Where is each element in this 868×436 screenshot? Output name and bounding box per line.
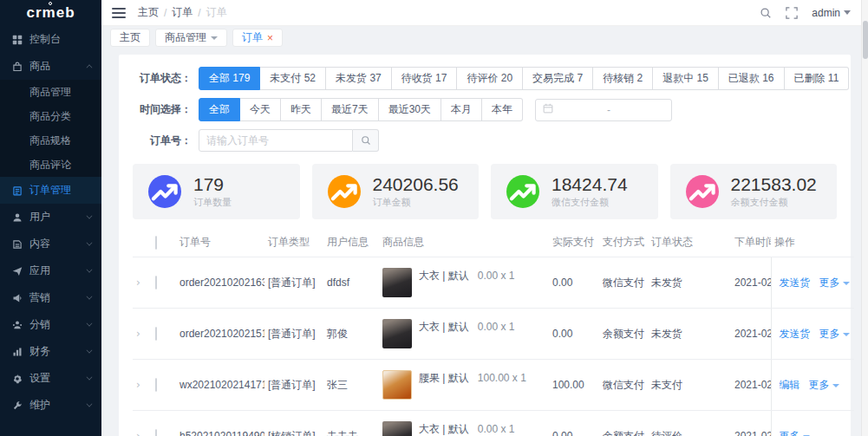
status-filter-9[interactable]: 已删除 11 — [785, 67, 850, 90]
date-range-separator: - — [553, 104, 664, 116]
row-checkbox[interactable] — [155, 276, 157, 290]
chevron-down-icon — [832, 384, 839, 387]
date-range-picker[interactable]: - — [535, 99, 672, 121]
sidebar-subitem[interactable]: 商品评论 — [0, 153, 101, 177]
col-header-0: 订单号 — [176, 228, 264, 257]
time-filter-0[interactable]: 全部 — [199, 98, 240, 121]
sidebar-subitem[interactable]: 商品管理 — [0, 80, 101, 104]
order-search-button[interactable] — [353, 129, 379, 152]
stat-trend-icon — [148, 175, 181, 208]
order-no-input[interactable] — [199, 129, 353, 152]
sidebar-subitem[interactable]: 商品规格 — [0, 128, 101, 153]
order-time-cell: 2021-02-0 — [731, 257, 771, 309]
status-filter-1[interactable]: 未支付 52 — [260, 67, 326, 90]
sidebar-item-0[interactable]: 控制台 — [0, 26, 101, 53]
user-menu[interactable]: admin — [812, 7, 851, 19]
sidebar-item-10[interactable]: 维护 — [0, 392, 101, 419]
sidebar-item-4[interactable]: 内容 — [0, 231, 101, 257]
order-time-cell: 2021-02-0 — [731, 309, 771, 360]
time-filter-6[interactable]: 本年 — [482, 98, 523, 121]
time-filter-2[interactable]: 昨天 — [281, 98, 322, 121]
status-filter-3[interactable]: 待收货 17 — [392, 67, 458, 90]
tab-2[interactable]: 订单× — [232, 29, 283, 47]
more-dropdown[interactable]: 更多 — [780, 430, 810, 436]
user-cell: 张三 — [323, 360, 379, 411]
ship-link[interactable]: 发送货 — [780, 277, 811, 289]
breadcrumb-home[interactable]: 主页 — [138, 5, 159, 20]
chevron-down-icon — [843, 282, 850, 285]
stat-label: 订单金额 — [373, 196, 459, 209]
sidebar-subitem[interactable]: 商品分类 — [0, 104, 101, 128]
expand-row-icon[interactable]: › — [136, 379, 140, 391]
row-checkbox[interactable] — [155, 429, 157, 436]
order-time-cell: 2021-02-0 — [731, 411, 771, 436]
sidebar-item-7[interactable]: 分销 — [0, 311, 101, 338]
sidebar-item-3[interactable]: 用户 — [0, 204, 101, 231]
scrollbar-thumb[interactable] — [863, 21, 868, 59]
vertical-scrollbar[interactable] — [861, 0, 868, 436]
time-filter-row: 时间选择： 全部今天昨天最近7天最近30天本月本年 - — [133, 98, 837, 121]
expand-row-icon[interactable]: › — [136, 277, 140, 289]
select-all-header — [152, 228, 176, 257]
marketing-icon — [11, 292, 23, 304]
time-filter-4[interactable]: 最近30天 — [379, 98, 441, 121]
expand-row-icon[interactable]: › — [136, 430, 140, 436]
edit-link[interactable]: 编辑 — [780, 379, 800, 391]
tab-0[interactable]: 主页 — [110, 29, 150, 47]
checkbox-cell — [152, 257, 176, 309]
status-filter-group: 全部 179未支付 52未发货 37待收货 17待评价 20交易完成 7待核销 … — [199, 67, 849, 90]
open-tabs-bar: 主页商品管理订单× — [101, 26, 861, 49]
sidebar-item-8[interactable]: 财务 — [0, 338, 101, 365]
content-icon — [11, 238, 23, 251]
order-admin-app: crmeb 控制台商品商品管理商品分类商品规格商品评论订单管理用户内容应用营销分… — [0, 0, 868, 436]
brand-logo[interactable]: crmeb — [0, 0, 101, 26]
sidebar-item-5[interactable]: 应用 — [0, 257, 101, 284]
more-dropdown[interactable]: 更多 — [819, 277, 850, 289]
status-filter-6[interactable]: 待核销 2 — [593, 67, 653, 90]
tab-1[interactable]: 商品管理 — [155, 29, 227, 47]
status-filter-4[interactable]: 待评价 20 — [457, 67, 523, 90]
time-filter-5[interactable]: 本月 — [441, 98, 482, 121]
table-row: ›wx2021020214171755162[普通订单]张三腰果 | 默认100… — [133, 360, 854, 411]
status-filter-2[interactable]: 未发货 37 — [326, 67, 392, 90]
collapse-menu-icon[interactable] — [112, 8, 126, 18]
status-filter-0[interactable]: 全部 179 — [199, 67, 260, 90]
time-filter-3[interactable]: 最近7天 — [322, 98, 379, 121]
order-no-cell: h52021020119490464857 — [176, 411, 264, 436]
close-icon[interactable]: × — [267, 33, 273, 43]
pay-method-cell: 微信支付 — [599, 257, 648, 309]
fullscreen-icon[interactable] — [786, 7, 798, 19]
tab-label: 商品管理 — [165, 30, 206, 45]
row-checkbox[interactable] — [155, 378, 157, 392]
select-all-checkbox[interactable] — [155, 236, 157, 250]
status-filter-5[interactable]: 交易完成 7 — [523, 67, 593, 90]
topbar: 主页 / 订单 / 订单 admin — [101, 0, 861, 26]
order-type-cell: [核销订单] — [264, 411, 323, 436]
pay-method-cell: 余额支付 — [599, 309, 648, 360]
row-checkbox[interactable] — [155, 327, 157, 341]
status-filter-7[interactable]: 退款中 15 — [653, 67, 719, 90]
sidebar-item-label: 用户 — [29, 210, 86, 225]
search-icon[interactable] — [760, 7, 772, 19]
more-dropdown[interactable]: 更多 — [819, 328, 850, 340]
pay-method-cell: 微信支付 — [599, 360, 648, 411]
stat-card-1: 240206.56订单金额 — [312, 164, 480, 219]
breadcrumb-order[interactable]: 订单 — [172, 5, 193, 20]
chevron-up-icon — [87, 65, 93, 71]
col-header-5: 支付方式 — [599, 228, 648, 257]
sidebar-item-2[interactable]: 订单管理 — [0, 177, 101, 204]
time-filter-1[interactable]: 今天 — [240, 98, 281, 121]
expand-cell: › — [133, 360, 152, 411]
order-no-row: 订单号： — [133, 129, 837, 152]
status-filter-8[interactable]: 已退款 16 — [719, 67, 785, 90]
sidebar-item-1[interactable]: 商品 — [0, 53, 101, 80]
ship-link[interactable]: 发送货 — [780, 328, 811, 340]
sidebar-item-9[interactable]: 设置 — [0, 365, 101, 392]
chevron-down-icon — [211, 36, 218, 40]
time-filter-label: 时间选择： — [133, 102, 192, 117]
order-type-cell: [普通订单] — [264, 309, 323, 360]
sidebar-item-6[interactable]: 营销 — [0, 284, 101, 311]
expand-row-icon[interactable]: › — [136, 328, 140, 340]
more-dropdown[interactable]: 更多 — [809, 379, 839, 391]
product-line: 大衣 | 默认0.00 x 1 — [382, 268, 545, 297]
